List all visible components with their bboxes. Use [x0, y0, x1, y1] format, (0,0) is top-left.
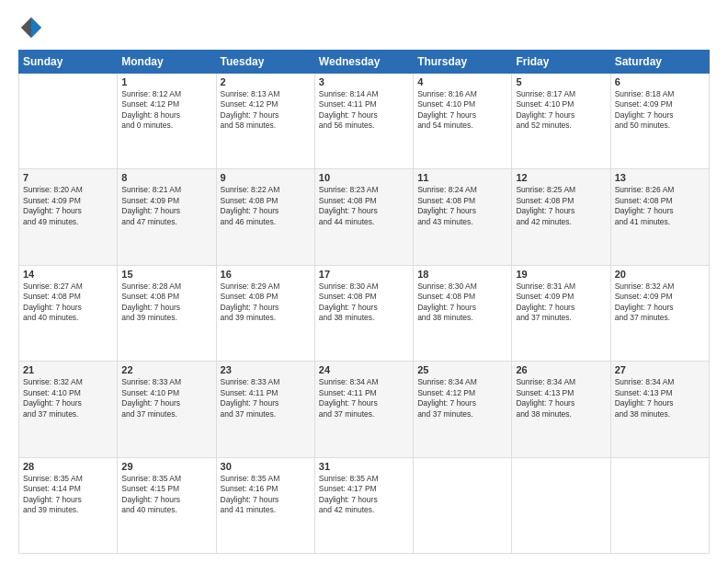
calendar-cell: 31Sunrise: 8:35 AMSunset: 4:17 PMDayligh…: [314, 457, 413, 553]
calendar-table: SundayMondayTuesdayWednesdayThursdayFrid…: [18, 50, 710, 554]
day-number: 17: [319, 269, 409, 280]
day-info: Sunrise: 8:32 AMSunset: 4:09 PMDaylight:…: [615, 282, 705, 324]
calendar-cell: 27Sunrise: 8:34 AMSunset: 4:13 PMDayligh…: [610, 362, 709, 457]
calendar-cell: 8Sunrise: 8:21 AMSunset: 4:09 PMDaylight…: [118, 169, 216, 265]
day-number: 7: [23, 172, 113, 183]
calendar-cell: 26Sunrise: 8:34 AMSunset: 4:13 PMDayligh…: [512, 362, 610, 457]
day-info: Sunrise: 8:35 AMSunset: 4:16 PMDaylight:…: [221, 474, 311, 516]
calendar-week-row: 1Sunrise: 8:12 AMSunset: 4:12 PMDaylight…: [19, 74, 710, 169]
calendar-cell: 28Sunrise: 8:35 AMSunset: 4:14 PMDayligh…: [19, 457, 118, 553]
svg-marker-0: [31, 17, 41, 38]
calendar-week-row: 14Sunrise: 8:27 AMSunset: 4:08 PMDayligh…: [19, 265, 710, 361]
day-info: Sunrise: 8:18 AMSunset: 4:09 PMDaylight:…: [615, 89, 705, 132]
calendar-week-row: 7Sunrise: 8:20 AMSunset: 4:09 PMDaylight…: [19, 169, 710, 265]
day-info: Sunrise: 8:26 AMSunset: 4:08 PMDaylight:…: [615, 185, 705, 227]
day-info: Sunrise: 8:29 AMSunset: 4:08 PMDaylight:…: [221, 282, 311, 324]
day-number: 22: [121, 364, 211, 375]
day-info: Sunrise: 8:12 AMSunset: 4:12 PMDaylight:…: [121, 89, 211, 132]
day-number: 14: [23, 269, 113, 280]
calendar-col-header: Friday: [512, 51, 610, 74]
day-number: 26: [516, 364, 606, 375]
day-info: Sunrise: 8:35 AMSunset: 4:14 PMDaylight:…: [23, 474, 113, 516]
day-number: 25: [417, 364, 507, 375]
calendar-cell: 20Sunrise: 8:32 AMSunset: 4:09 PMDayligh…: [610, 265, 709, 361]
calendar-cell: 30Sunrise: 8:35 AMSunset: 4:16 PMDayligh…: [216, 457, 314, 553]
day-info: Sunrise: 8:30 AMSunset: 4:08 PMDaylight:…: [417, 282, 507, 324]
day-info: Sunrise: 8:21 AMSunset: 4:09 PMDaylight:…: [121, 185, 211, 227]
calendar-col-header: Tuesday: [216, 51, 314, 74]
day-number: 3: [319, 76, 409, 87]
calendar-cell: 19Sunrise: 8:31 AMSunset: 4:09 PMDayligh…: [512, 265, 610, 361]
day-number: 13: [615, 172, 705, 183]
calendar-cell: 6Sunrise: 8:18 AMSunset: 4:09 PMDaylight…: [610, 74, 709, 169]
calendar-cell: 16Sunrise: 8:29 AMSunset: 4:08 PMDayligh…: [216, 265, 314, 361]
calendar-cell: [610, 457, 709, 553]
logo: [18, 15, 48, 40]
day-number: 24: [319, 364, 409, 375]
logo-icon: [18, 15, 44, 40]
calendar-week-row: 21Sunrise: 8:32 AMSunset: 4:10 PMDayligh…: [19, 362, 710, 457]
day-info: Sunrise: 8:32 AMSunset: 4:10 PMDaylight:…: [23, 377, 113, 419]
calendar-cell: [512, 457, 610, 553]
calendar-cell: 7Sunrise: 8:20 AMSunset: 4:09 PMDaylight…: [19, 169, 118, 265]
calendar-week-row: 28Sunrise: 8:35 AMSunset: 4:14 PMDayligh…: [19, 457, 710, 553]
calendar-cell: 3Sunrise: 8:14 AMSunset: 4:11 PMDaylight…: [314, 74, 413, 169]
calendar-cell: 1Sunrise: 8:12 AMSunset: 4:12 PMDaylight…: [118, 74, 216, 169]
day-number: 1: [121, 76, 211, 87]
day-info: Sunrise: 8:34 AMSunset: 4:13 PMDaylight:…: [516, 377, 606, 419]
calendar-cell: 22Sunrise: 8:33 AMSunset: 4:10 PMDayligh…: [118, 362, 216, 457]
day-number: 15: [121, 269, 211, 280]
day-info: Sunrise: 8:35 AMSunset: 4:17 PMDaylight:…: [319, 474, 409, 516]
day-info: Sunrise: 8:33 AMSunset: 4:10 PMDaylight:…: [121, 377, 211, 419]
day-info: Sunrise: 8:24 AMSunset: 4:08 PMDaylight:…: [417, 185, 507, 227]
day-number: 16: [221, 269, 311, 280]
day-number: 18: [417, 269, 507, 280]
day-number: 28: [23, 461, 113, 472]
calendar-cell: 21Sunrise: 8:32 AMSunset: 4:10 PMDayligh…: [19, 362, 118, 457]
calendar-cell: 2Sunrise: 8:13 AMSunset: 4:12 PMDaylight…: [216, 74, 314, 169]
day-number: 8: [121, 172, 211, 183]
calendar-cell: 24Sunrise: 8:34 AMSunset: 4:11 PMDayligh…: [314, 362, 413, 457]
calendar-cell: 29Sunrise: 8:35 AMSunset: 4:15 PMDayligh…: [118, 457, 216, 553]
day-number: 30: [221, 461, 311, 472]
day-number: 19: [516, 269, 606, 280]
day-number: 6: [615, 76, 705, 87]
calendar-cell: 9Sunrise: 8:22 AMSunset: 4:08 PMDaylight…: [216, 169, 314, 265]
day-info: Sunrise: 8:13 AMSunset: 4:12 PMDaylight:…: [221, 89, 311, 132]
day-number: 4: [417, 76, 507, 87]
day-info: Sunrise: 8:25 AMSunset: 4:08 PMDaylight:…: [516, 185, 606, 227]
day-number: 31: [319, 461, 409, 472]
calendar-cell: [19, 74, 118, 169]
day-number: 5: [516, 76, 606, 87]
day-number: 2: [221, 76, 311, 87]
day-info: Sunrise: 8:34 AMSunset: 4:12 PMDaylight:…: [417, 377, 507, 419]
calendar-cell: 11Sunrise: 8:24 AMSunset: 4:08 PMDayligh…: [414, 169, 512, 265]
calendar-cell: 25Sunrise: 8:34 AMSunset: 4:12 PMDayligh…: [414, 362, 512, 457]
calendar-cell: 15Sunrise: 8:28 AMSunset: 4:08 PMDayligh…: [118, 265, 216, 361]
calendar-col-header: Wednesday: [314, 51, 413, 74]
day-number: 27: [615, 364, 705, 375]
calendar-cell: 5Sunrise: 8:17 AMSunset: 4:10 PMDaylight…: [512, 74, 610, 169]
day-info: Sunrise: 8:34 AMSunset: 4:11 PMDaylight:…: [319, 377, 409, 419]
calendar-cell: 12Sunrise: 8:25 AMSunset: 4:08 PMDayligh…: [512, 169, 610, 265]
calendar-cell: 4Sunrise: 8:16 AMSunset: 4:10 PMDaylight…: [414, 74, 512, 169]
day-info: Sunrise: 8:28 AMSunset: 4:08 PMDaylight:…: [121, 282, 211, 324]
calendar-col-header: Sunday: [19, 51, 118, 74]
day-number: 11: [417, 172, 507, 183]
day-info: Sunrise: 8:17 AMSunset: 4:10 PMDaylight:…: [516, 89, 606, 132]
calendar-cell: 10Sunrise: 8:23 AMSunset: 4:08 PMDayligh…: [314, 169, 413, 265]
page: SundayMondayTuesdayWednesdayThursdayFrid…: [0, 0, 728, 563]
day-info: Sunrise: 8:27 AMSunset: 4:08 PMDaylight:…: [23, 282, 113, 324]
day-info: Sunrise: 8:30 AMSunset: 4:08 PMDaylight:…: [319, 282, 409, 324]
day-info: Sunrise: 8:34 AMSunset: 4:13 PMDaylight:…: [615, 377, 705, 419]
calendar-col-header: Monday: [118, 51, 216, 74]
calendar-cell: 23Sunrise: 8:33 AMSunset: 4:11 PMDayligh…: [216, 362, 314, 457]
day-number: 23: [221, 364, 311, 375]
calendar-col-header: Saturday: [610, 51, 709, 74]
svg-marker-1: [21, 17, 31, 38]
day-info: Sunrise: 8:14 AMSunset: 4:11 PMDaylight:…: [319, 89, 409, 132]
day-info: Sunrise: 8:33 AMSunset: 4:11 PMDaylight:…: [221, 377, 311, 419]
header: [18, 15, 710, 40]
day-info: Sunrise: 8:31 AMSunset: 4:09 PMDaylight:…: [516, 282, 606, 324]
calendar-col-header: Thursday: [414, 51, 512, 74]
